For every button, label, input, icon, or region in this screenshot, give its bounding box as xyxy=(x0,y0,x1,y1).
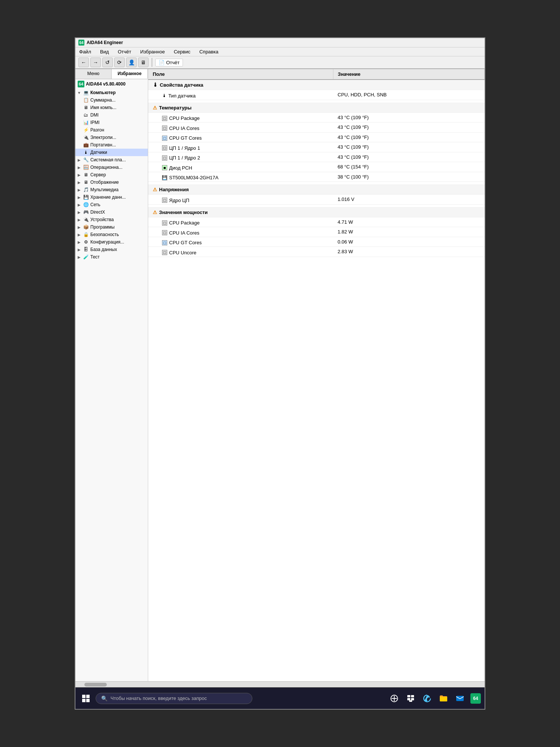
taskbar-aida64-icon[interactable]: AIDA64 v5.80.4000 64 xyxy=(470,693,481,704)
sidebar-item-storage[interactable]: ▶ 💾 Хранение данн... xyxy=(75,193,148,201)
tab-menu[interactable]: Меню xyxy=(75,69,112,79)
sidebar-item-server[interactable]: ▶ 🖥 Сервер xyxy=(75,171,148,179)
report-button[interactable]: 📄 Отчёт xyxy=(155,59,183,66)
svg-rect-8 xyxy=(411,695,414,697)
power-header: ⚠ Значения мощности xyxy=(153,210,208,215)
devices-icon: 🔌 xyxy=(83,217,89,223)
network-icon: 🌐 xyxy=(83,202,89,208)
sidebar-item-portable[interactable]: 💼 Портативн... xyxy=(75,141,148,149)
sidebar-item-ipmi[interactable]: 📊 IPMI xyxy=(75,119,148,126)
sidebar-item-directx[interactable]: ▶ 🎮 DirectX xyxy=(75,208,148,216)
sidebar-item-overclock[interactable]: ⚡ Разгон xyxy=(75,126,148,134)
expand-storage-icon: ▶ xyxy=(77,195,81,199)
pwr-gt-icon: □ xyxy=(162,240,167,245)
tab-favorites[interactable]: Избранное xyxy=(112,69,148,79)
section-power: ⚠ Значения мощности xyxy=(148,207,485,217)
cpu-gt-icon: □ xyxy=(162,136,167,141)
directx-icon: 🎮 xyxy=(83,209,89,215)
voltages-header: ⚠ Напряжения xyxy=(153,187,189,192)
search-placeholder: Чтобы начать поиск, введите здесь запрос xyxy=(111,695,207,701)
sidebar-item-power[interactable]: 🔌 Электропи... xyxy=(75,134,148,141)
test-icon: 🧪 xyxy=(83,254,89,260)
start-button[interactable] xyxy=(79,692,93,705)
sidebar-item-sensors[interactable]: 🌡 Датчики xyxy=(75,149,148,156)
sidebar-item-computer[interactable]: ▼ 💻 Компьютер xyxy=(75,89,148,96)
expand-database-icon: ▶ xyxy=(77,247,81,252)
menu-view[interactable]: Вид xyxy=(98,48,111,55)
config-icon: ⚙ xyxy=(83,239,89,245)
taskbar-explorer-icon[interactable] xyxy=(438,692,449,704)
monitor-button[interactable]: 🖥 xyxy=(138,58,149,67)
table-row: □ CPU GT Cores 0.06 W xyxy=(148,237,485,247)
table-row: ■ Диод PCH 68 °C (154 °F) xyxy=(148,162,485,172)
svg-rect-3 xyxy=(86,699,90,702)
menu-file[interactable]: Файл xyxy=(77,48,93,55)
back-button[interactable]: ← xyxy=(78,58,89,67)
menu-report[interactable]: Отчёт xyxy=(116,48,134,55)
sidebar-item-compname[interactable]: 🖥 Имя компь... xyxy=(75,104,148,111)
table-row: □ Ядро ЦП 1.016 V xyxy=(148,195,485,205)
sidebar-app-icon: 64 xyxy=(78,81,84,87)
taskbar-search-bar[interactable]: 🔍 Чтобы начать поиск, введите здесь запр… xyxy=(96,693,252,704)
sync-button[interactable]: ⟳ xyxy=(114,58,125,67)
dmi-icon: 🗂 xyxy=(83,112,89,118)
table-row: □ CPU Package 43 °C (109 °F) xyxy=(148,112,485,123)
sidebar-item-devices[interactable]: ▶ 🔌 Устройства xyxy=(75,216,148,223)
svg-rect-1 xyxy=(86,695,90,698)
sensor-props-header: 🌡 Свойства датчика xyxy=(153,82,203,88)
taskbar-task-view-icon[interactable] xyxy=(405,692,417,704)
content-panel: Поле Значение 🌡 Свойства датчика xyxy=(148,69,485,681)
database-icon: 🗄 xyxy=(83,247,89,252)
core2-icon: □ xyxy=(162,155,167,161)
refresh-button[interactable]: ↺ xyxy=(102,58,113,67)
sidebar-item-security[interactable]: ▶ 🔒 Безопасность xyxy=(75,231,148,238)
main-content: Меню Избранное 64 AIDA64 v5.80.4000 ▼ 💻 … xyxy=(75,69,485,681)
menu-favorites[interactable]: Избранное xyxy=(138,48,167,55)
hdd-icon: 💾 xyxy=(162,175,167,180)
taskbar-mail-icon[interactable] xyxy=(454,692,466,704)
sidebar-item-dmi[interactable]: 🗂 DMI xyxy=(75,111,148,119)
forward-button[interactable]: → xyxy=(90,58,101,67)
svg-rect-7 xyxy=(407,695,410,697)
table-row: □ ЦП 1 / Ядро 2 43 °C (109 °F) xyxy=(148,152,485,162)
portable-icon: 💼 xyxy=(83,142,89,148)
svg-rect-0 xyxy=(82,695,85,698)
pch-icon: ■ xyxy=(162,165,167,170)
table-row: 💾 ST500LM034-2GH17A 38 °C (100 °F) xyxy=(148,172,485,182)
storage-icon: 💾 xyxy=(83,194,89,200)
sidebar-item-network[interactable]: ▶ 🌐 Сеть xyxy=(75,201,148,208)
folder-icon xyxy=(439,694,448,703)
scrollbar-thumb[interactable] xyxy=(84,683,107,686)
table-row: □ CPU IA Cores 1.82 W xyxy=(148,227,485,237)
sidebar-item-sysboard[interactable]: ▶ 🔧 Системная пла... xyxy=(75,156,148,164)
taskbar-search-icon[interactable] xyxy=(388,692,400,704)
power-section-icon: ⚠ xyxy=(153,210,157,215)
pwr-pkg-icon: □ xyxy=(162,220,167,226)
sidebar-item-multimedia[interactable]: ▶ 🎵 Мультимедиа xyxy=(75,186,148,193)
menu-help[interactable]: Справка xyxy=(197,48,221,55)
sidebar-item-programs[interactable]: ▶ 📦 Программы xyxy=(75,223,148,231)
horizontal-scrollbar[interactable] xyxy=(75,681,485,687)
pwr-ia-icon: □ xyxy=(162,230,167,235)
sidebar-item-test[interactable]: ▶ 🧪 Тест xyxy=(75,253,148,261)
aida-version: 64 AIDA64 v5.80.4000 xyxy=(75,79,148,89)
power-icon: 🔌 xyxy=(83,134,89,140)
sidebar-item-display[interactable]: ▶ 🖥 Отображение xyxy=(75,179,148,186)
sidebar-item-config[interactable]: ▶ ⚙ Конфигурация... xyxy=(75,238,148,246)
sidebar-item-database[interactable]: ▶ 🗄 База данных xyxy=(75,246,148,253)
temp-section-icon: ⚠ xyxy=(153,105,157,111)
taskbar-edge-icon[interactable] xyxy=(421,692,433,704)
sidebar-item-summary[interactable]: 📋 Суммарна... xyxy=(75,96,148,104)
menu-service[interactable]: Сервис xyxy=(171,48,193,55)
user-button[interactable]: 👤 xyxy=(126,58,137,67)
expand-network-icon: ▶ xyxy=(77,202,81,207)
toolbar: ← → ↺ ⟳ 👤 🖥 📄 Отчёт xyxy=(75,56,485,69)
sensor-icon: 🌡 xyxy=(162,93,167,98)
multimedia-icon: 🎵 xyxy=(83,187,89,193)
expand-devices-icon: ▶ xyxy=(77,217,81,222)
menu-bar: Файл Вид Отчёт Избранное Сервис Справка xyxy=(75,47,485,56)
ipmi-icon: 📊 xyxy=(83,120,89,125)
expand-os-icon: ▶ xyxy=(77,165,81,170)
sidebar-item-os[interactable]: ▶ 🪟 Операционна... xyxy=(75,164,148,171)
data-table: Поле Значение 🌡 Свойства датчика xyxy=(148,69,485,257)
